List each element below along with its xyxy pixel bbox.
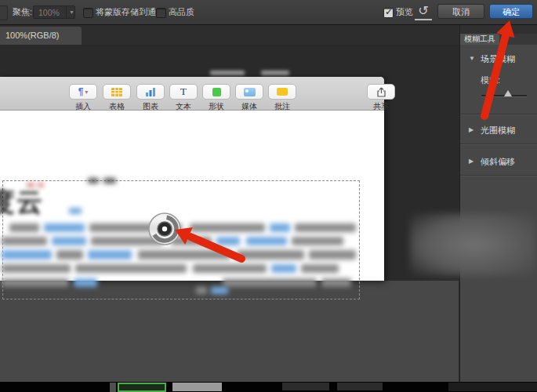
- dock-thumbnail[interactable]: [282, 383, 329, 390]
- panel-separator: [460, 175, 537, 176]
- blurred-text-segment: [138, 250, 230, 260]
- save-mask-checkbox[interactable]: [83, 8, 93, 18]
- blurred-text-segment: [2, 250, 52, 260]
- blurred-text-segment: [9, 223, 39, 232]
- image-canvas[interactable]: ¶▾ 插入 表格: [0, 45, 459, 382]
- ok-button[interactable]: 确定: [489, 4, 533, 19]
- blurred-text-segment: [103, 178, 116, 183]
- section-iris-blur[interactable]: ▶ 光圈模糊: [460, 122, 537, 140]
- options-bar: 聚焦: 100% ▼ 将蒙版存储到通道 高品质 预览 ↺ 取消 确定: [0, 0, 537, 25]
- blurred-text-segment: [27, 183, 34, 187]
- triangle-expanded-icon[interactable]: ▼: [469, 55, 475, 62]
- blurred-text-segment: [321, 278, 351, 287]
- section-field-blur[interactable]: ▼ 场景模糊: [460, 51, 537, 68]
- blurred-text-segment: [211, 287, 228, 294]
- dropdown-arrow-icon[interactable]: ▼: [66, 5, 77, 19]
- section-tilt-shift[interactable]: ▶ 倾斜偏移: [460, 154, 537, 171]
- dock-strip: [0, 382, 537, 392]
- remove-all-pins-icon[interactable]: ↺: [415, 3, 432, 20]
- blurred-text-segment: [270, 223, 290, 232]
- blurred-text-segment: [292, 237, 343, 245]
- panel-separator: [460, 114, 537, 115]
- save-mask-label[interactable]: 将蒙版存储到通道: [96, 0, 165, 24]
- blurred-text-segment: [74, 278, 97, 287]
- blurred-text-segment: [2, 237, 47, 245]
- preview-checkbox[interactable]: [383, 8, 394, 18]
- blurred-text-segment: [271, 264, 296, 273]
- blurred-text-segment: [301, 264, 339, 273]
- cancel-button[interactable]: 取消: [437, 4, 484, 19]
- blurred-text-segment: [193, 264, 267, 273]
- blurred-text-segment: [56, 250, 83, 260]
- dock-thumbnail-active[interactable]: [118, 383, 166, 392]
- blurred-text-segment: [38, 183, 44, 187]
- blurred-text-segment: [2, 278, 69, 287]
- panel-top-strip: [460, 25, 537, 34]
- blurred-text-segment: [309, 250, 356, 260]
- blurred-text-segment: [223, 278, 317, 287]
- blurred-text-segment: [88, 250, 132, 260]
- blurred-censored-region: [410, 213, 535, 276]
- cropped-tool-dropdown-fragment[interactable]: [0, 5, 8, 20]
- cropped-ui-fragment: [261, 71, 289, 75]
- blurred-text-segment: [75, 264, 187, 273]
- triangle-collapsed-icon[interactable]: ▶: [469, 158, 474, 165]
- triangle-collapsed-icon[interactable]: ▶: [469, 126, 474, 133]
- blurred-text-segment: [196, 287, 207, 294]
- blurred-text-segment: [237, 250, 304, 260]
- dock-thumbnail[interactable]: [337, 383, 383, 390]
- blur-tools-panel-tab[interactable]: 模糊工具: [460, 34, 499, 45]
- dock-thumbnail[interactable]: [448, 383, 537, 391]
- photoshop-blur-gallery-window: 聚焦: 100% ▼ 将蒙版存储到通道 高品质 预览 ↺ 取消 确定 100%(…: [0, 0, 537, 392]
- blurred-text-segment: [190, 223, 265, 232]
- dock-thumbnail[interactable]: [172, 383, 222, 391]
- high-quality-label[interactable]: 高品质: [169, 0, 194, 24]
- blurred-text-segment: [88, 178, 99, 183]
- blurred-text-segment: [295, 223, 356, 232]
- panel-header-row: 模糊工具: [460, 34, 537, 45]
- dock-thumbnail[interactable]: [110, 383, 116, 392]
- blurred-text-segment: [216, 237, 240, 245]
- blurred-text-block: [0, 77, 384, 281]
- preview-label[interactable]: 预览: [396, 0, 413, 24]
- document-tab-bar: 100%(RGB/8): [0, 25, 537, 45]
- blur-tools-panel: 模糊工具 ▼ 场景模糊 模糊: ▶ 光圈模糊 ▶ 倾斜偏移: [459, 25, 537, 382]
- pages-app-window: ¶▾ 插入 表格: [0, 77, 384, 281]
- blurred-text-segment: [2, 264, 71, 273]
- field-blur-pin[interactable]: [144, 209, 185, 249]
- blur-slider-thumb[interactable]: [504, 90, 512, 96]
- document-tab[interactable]: 100%(RGB/8): [0, 27, 82, 45]
- blurred-text-segment: [52, 237, 86, 245]
- blurred-text-segment: [44, 223, 85, 232]
- high-quality-checkbox[interactable]: [156, 8, 166, 18]
- panel-separator: [460, 143, 537, 145]
- blurred-text-segment: [246, 237, 287, 245]
- blurred-text-segment: [69, 208, 82, 214]
- focus-label: 聚焦:: [13, 0, 32, 24]
- blur-amount-label: 模糊:: [481, 74, 500, 85]
- cropped-ui-fragment: [210, 71, 245, 75]
